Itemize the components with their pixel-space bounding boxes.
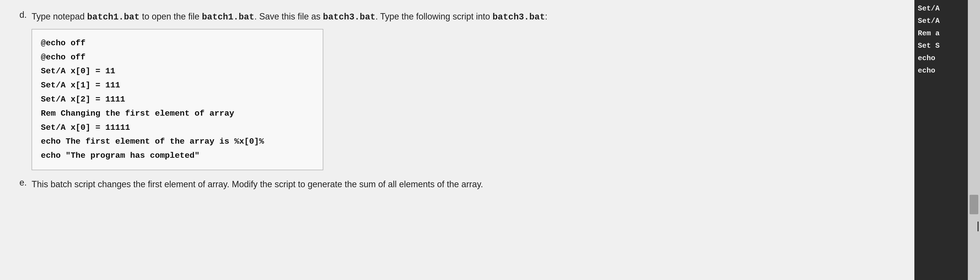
scrollbar[interactable] — [968, 0, 980, 280]
list-content-d: Type notepad batch1.bat to open the file… — [32, 10, 900, 170]
sidebar-line-2: Set/A — [918, 15, 964, 27]
code-line-4: Set/A x[1] = 111 — [41, 78, 314, 93]
code-line-6: Rem Changing the first element of array — [41, 107, 314, 121]
list-content-e: This batch script changes the first elem… — [32, 178, 900, 196]
list-letter-e: e. — [14, 178, 27, 196]
list-item-e: e. This batch script changes the first e… — [14, 178, 900, 196]
code-line-3: Set/A x[0] = 11 — [41, 64, 314, 78]
sidebar-line-6: echo — [918, 64, 964, 77]
sidebar-line-1: Set/A — [918, 2, 964, 15]
list-item-d: d. Type notepad batch1.bat to open the f… — [14, 10, 900, 170]
scrollbar-thumb[interactable] — [970, 195, 978, 214]
list-d-paragraph: Type notepad batch1.bat to open the file… — [32, 10, 900, 24]
list-e-paragraph: This batch script changes the first elem… — [32, 178, 900, 191]
code-line-9: echo "The program has completed" — [41, 149, 314, 163]
list-letter-d: d. — [14, 10, 27, 170]
main-content: d. Type notepad batch1.bat to open the f… — [0, 0, 915, 280]
sidebar-line-4: Set S — [918, 40, 964, 52]
code-line-8: echo The first element of the array is %… — [41, 134, 314, 149]
code-line-1: @echo off — [41, 36, 314, 50]
sidebar-line-3: Rem a — [918, 27, 964, 40]
code-block: @echo off @echo off Set/A x[0] = 11 Set/… — [32, 29, 323, 170]
sidebar-line-5: echo — [918, 52, 964, 64]
code-line-5: Set/A x[2] = 1111 — [41, 93, 314, 107]
code-line-7: Set/A x[0] = 11111 — [41, 121, 314, 135]
top-partial-text — [14, 0, 900, 2]
scrollbar-cursor — [978, 222, 978, 231]
right-sidebar: Set/A Set/A Rem a Set S echo echo — [915, 0, 968, 280]
code-line-2: @echo off — [41, 50, 314, 64]
